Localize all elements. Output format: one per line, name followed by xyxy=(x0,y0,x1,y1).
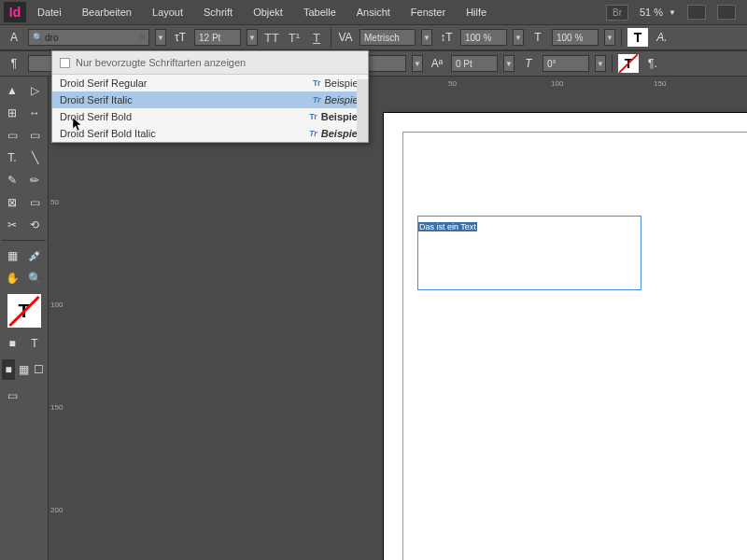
menu-schrift[interactable]: Schrift xyxy=(194,3,242,21)
favorites-filter-row[interactable]: Nur bevorzugte Schriftarten anzeigen xyxy=(52,51,368,75)
rectangle-frame-tool[interactable]: ⊠ xyxy=(2,192,22,213)
font-item[interactable]: Droid Serif Bold TrBeispiel xyxy=(52,108,368,125)
gap-tool[interactable]: ↔ xyxy=(24,103,45,123)
menu-fenster[interactable]: Fenster xyxy=(402,3,455,21)
paragraph-formatting-icon[interactable]: ¶ xyxy=(6,55,22,72)
menu-bearbeiten[interactable]: Bearbeiten xyxy=(73,3,141,21)
skew-icon: T xyxy=(520,55,537,72)
favorites-label: Nur bevorzugte Schriftarten anzeigen xyxy=(76,57,246,68)
font-search-value: dro xyxy=(45,33,58,43)
truetype-icon: Tr xyxy=(309,112,317,121)
document-page[interactable]: Das ist ein Text xyxy=(383,112,747,560)
vscale-dropdown[interactable]: ▼ xyxy=(604,29,615,46)
para-style-icon[interactable]: ¶. xyxy=(644,55,661,72)
superscript-button[interactable]: T¹ xyxy=(286,31,303,45)
menu-layout[interactable]: Layout xyxy=(143,3,192,21)
eyedropper-tool[interactable]: 💉 xyxy=(24,245,45,266)
scissors-tool[interactable]: ✂ xyxy=(2,215,22,235)
font-list: Droid Serif Regular TrBeispiel Droid Ser… xyxy=(52,75,368,142)
fill-stroke-swatch[interactable]: T xyxy=(7,294,41,328)
favorites-checkbox[interactable] xyxy=(60,58,70,68)
screen-mode-icon[interactable] xyxy=(687,5,706,20)
selected-text[interactable]: Das ist ein Text xyxy=(418,222,477,231)
vruler-mark: 200 xyxy=(50,506,63,514)
hscale-dropdown[interactable]: ▼ xyxy=(513,29,524,46)
line-tool[interactable]: ╲ xyxy=(24,147,45,168)
font-name: Droid Serif Bold xyxy=(60,111,309,122)
apply-none-button[interactable]: ☐ xyxy=(33,359,46,380)
vruler-mark: 50 xyxy=(50,198,59,206)
pen-tool[interactable]: ✎ xyxy=(2,170,22,190)
gradient-swatch-tool[interactable]: ▦ xyxy=(2,245,22,266)
stroke-swatch[interactable]: T xyxy=(618,54,639,73)
tracking-dropdown[interactable]: ▼ xyxy=(412,55,423,72)
font-list-scrollbar[interactable] xyxy=(357,79,368,142)
font-family-dropdown[interactable]: ▼ xyxy=(155,29,166,46)
menu-hilfe[interactable]: Hilfe xyxy=(457,3,496,21)
content-placer-tool[interactable]: ▭ xyxy=(24,125,45,146)
margin-guides xyxy=(402,132,747,560)
font-name: Droid Serif Bold Italic xyxy=(60,128,309,139)
font-family-field[interactable]: 🔍 dro ✕ xyxy=(28,29,149,46)
arrange-icon[interactable] xyxy=(717,5,736,20)
vscale-field[interactable]: 100 % xyxy=(552,29,599,46)
toolbox: ▲▷ ⊞↔ ▭▭ T.╲ ✎✏ ⊠▭ ✂⟲ ▦💉 ✋🔍 T ■T ■▦☐ ▭ xyxy=(0,77,49,560)
apply-gradient-button[interactable]: ▦ xyxy=(17,359,30,380)
apply-color-button[interactable]: ■ xyxy=(2,359,15,380)
font-item[interactable]: Droid Serif Regular TrBeispiel xyxy=(52,75,368,91)
menu-tabelle[interactable]: Tabelle xyxy=(294,3,345,21)
separator xyxy=(621,28,622,47)
pencil-tool[interactable]: ✏ xyxy=(24,170,45,190)
hscale-field[interactable]: 100 % xyxy=(460,29,507,46)
character-formatting-icon[interactable]: A xyxy=(6,29,22,46)
view-mode-button[interactable]: ▭ xyxy=(2,385,22,406)
workspace: ▲▷ ⊞↔ ▭▭ T.╲ ✎✏ ⊠▭ ✂⟲ ▦💉 ✋🔍 T ■T ■▦☐ ▭ 5… xyxy=(0,77,747,560)
menu-ansicht[interactable]: Ansicht xyxy=(347,3,400,21)
content-collector-tool[interactable]: ▭ xyxy=(2,125,22,146)
font-size-dropdown[interactable]: ▼ xyxy=(247,29,258,46)
menubar: Id Datei Bearbeiten Layout Schrift Objek… xyxy=(0,0,747,24)
control-panel-row1: A 🔍 dro ✕ ▼ τT 12 Pt ▼ TT T¹ T VA Metris… xyxy=(0,24,747,50)
app-icon: Id xyxy=(4,2,26,22)
apply-fill-button[interactable]: ■ xyxy=(2,333,22,354)
kerning-field[interactable]: Metrisch xyxy=(359,29,416,46)
hruler-mark: 50 xyxy=(448,79,457,88)
selection-tool[interactable]: ▲ xyxy=(2,80,22,101)
canvas-area[interactable]: 50 100 150 200 Das ist ein Text xyxy=(65,77,747,560)
clear-icon[interactable]: ✕ xyxy=(139,33,147,42)
baseline-field[interactable]: 0 Pt xyxy=(451,55,498,72)
zoom-level[interactable]: 51 %▼ xyxy=(640,7,676,18)
skew-dropdown[interactable]: ▼ xyxy=(595,55,606,72)
underline-button[interactable]: T xyxy=(308,31,325,45)
transform-tool[interactable]: ⟲ xyxy=(24,215,45,235)
hruler-mark: 100 xyxy=(551,79,563,88)
font-size-field[interactable]: 12 Pt xyxy=(194,29,241,46)
apply-text-button[interactable]: T xyxy=(24,333,45,354)
vscale-icon: T xyxy=(529,29,546,46)
page-tool[interactable]: ⊞ xyxy=(2,103,22,123)
vertical-ruler: 50 100 150 200 xyxy=(49,77,65,560)
kerning-icon: VA xyxy=(337,29,354,46)
type-tool[interactable]: T. xyxy=(2,147,22,168)
bridge-button[interactable]: Br xyxy=(606,5,628,21)
char-style-icon[interactable]: A. xyxy=(654,29,670,46)
truetype-icon: Tr xyxy=(309,129,317,138)
menu-datei[interactable]: Datei xyxy=(28,3,71,21)
direct-selection-tool[interactable]: ▷ xyxy=(24,80,45,101)
allcaps-button[interactable]: TT xyxy=(263,31,280,45)
baseline-dropdown[interactable]: ▼ xyxy=(503,55,514,72)
rectangle-tool[interactable]: ▭ xyxy=(24,192,45,213)
baseline-icon: Aª xyxy=(429,55,445,72)
kerning-dropdown[interactable]: ▼ xyxy=(421,29,432,46)
font-preview-text: Beispiel xyxy=(321,111,360,122)
skew-field[interactable]: 0° xyxy=(543,55,589,72)
font-name: Droid Serif Regular xyxy=(60,77,313,89)
fill-swatch[interactable]: T xyxy=(627,28,648,47)
menu-objekt[interactable]: Objekt xyxy=(244,3,292,21)
vruler-mark: 100 xyxy=(50,301,63,309)
hand-tool[interactable]: ✋ xyxy=(2,268,22,288)
font-item[interactable]: Droid Serif Bold Italic TrBeispiel xyxy=(52,125,368,142)
text-frame[interactable]: Das ist ein Text xyxy=(417,216,641,290)
font-item[interactable]: Droid Serif Italic TrBeispiel xyxy=(52,91,368,108)
zoom-tool[interactable]: 🔍 xyxy=(24,268,45,288)
